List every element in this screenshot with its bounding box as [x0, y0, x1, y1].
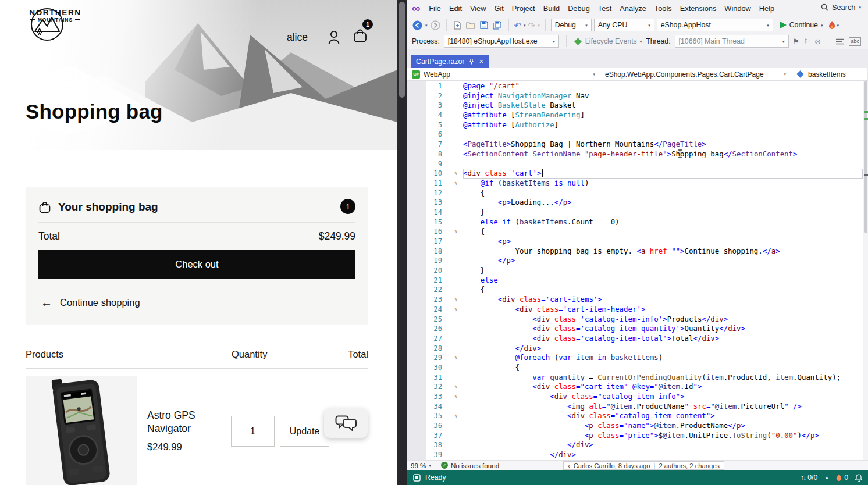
- code-line-19[interactable]: </p>: [447, 256, 863, 266]
- thread-select[interactable]: [10660] Main Thread ▾: [675, 35, 789, 48]
- code-line-11[interactable]: ∨ @if (basketItems is null): [447, 179, 863, 188]
- open-folder-button[interactable]: [465, 20, 476, 31]
- code-line-21[interactable]: else: [447, 276, 863, 286]
- code-line-1[interactable]: @page "/cart": [447, 81, 863, 91]
- code-text[interactable]: <p>: [463, 237, 863, 247]
- cart-button[interactable]: 1: [353, 27, 368, 44]
- code-text[interactable]: Your shopping bag is empty. <a href="">C…: [463, 247, 863, 256]
- menu-analyze[interactable]: Analyze: [616, 2, 650, 15]
- code-line-9[interactable]: [447, 159, 863, 169]
- code-line-13[interactable]: <p>Loading...</p>: [447, 198, 863, 208]
- menu-edit[interactable]: Edit: [445, 2, 466, 15]
- fold-chevron-icon[interactable]: ∨: [447, 353, 463, 363]
- code-text[interactable]: [463, 130, 863, 140]
- fold-chevron-icon[interactable]: ∨: [447, 227, 463, 237]
- editor-scrollbar[interactable]: [863, 81, 868, 460]
- code-line-6[interactable]: [447, 130, 863, 140]
- code-lines[interactable]: @page "/cart" @inject NavigationManager …: [447, 81, 863, 460]
- slash-circle-icon[interactable]: ⊘: [814, 38, 821, 45]
- fold-chevron-icon[interactable]: ∨: [447, 179, 463, 188]
- code-line-35[interactable]: ∨ <div class="catalog-item-content">: [447, 411, 863, 421]
- code-text[interactable]: @inject NavigationManager Nav: [463, 91, 863, 101]
- code-text[interactable]: <div class="cart-item" @key="@item.Id">: [463, 382, 863, 392]
- flag-outline-icon[interactable]: ⚐: [803, 38, 810, 45]
- save-all-button[interactable]: [492, 20, 503, 31]
- code-text[interactable]: <p class="name">@item.ProductName</p>: [463, 421, 863, 431]
- update-quantity-button[interactable]: Update: [280, 416, 329, 447]
- code-line-14[interactable]: }: [447, 208, 863, 217]
- code-line-20[interactable]: }: [447, 266, 863, 276]
- code-text[interactable]: @page "/cart": [463, 81, 863, 91]
- code-text[interactable]: {: [463, 188, 863, 198]
- fold-chevron-icon[interactable]: ∨: [447, 305, 463, 315]
- type-dropdown[interactable]: eShop.WebApp.Components.Pages.Cart.CartP…: [600, 68, 791, 80]
- code-line-7[interactable]: <PageTitle>Shopping Bag | Northern Mount…: [447, 140, 863, 149]
- undo-button[interactable]: ↶: [514, 21, 522, 30]
- product-name[interactable]: Astro GPS Navigator: [147, 409, 227, 436]
- code-text[interactable]: <div class="catalog-item-content">: [463, 411, 863, 421]
- pin-icon[interactable]: [469, 59, 474, 65]
- code-line-23[interactable]: ∨ <div class='cart-items'>: [447, 295, 863, 305]
- chevron-left-icon[interactable]: ‹: [568, 462, 570, 469]
- code-text[interactable]: <div class='cart'>: [463, 169, 863, 179]
- code-text[interactable]: var quantity = CurrentOrPendingQuantity(…: [463, 373, 863, 383]
- flag-icon[interactable]: ⚑: [793, 38, 800, 45]
- fold-chevron-icon[interactable]: ∨: [447, 392, 463, 402]
- code-line-30[interactable]: {: [447, 363, 863, 373]
- menu-window[interactable]: Window: [720, 2, 755, 15]
- quantity-input[interactable]: [231, 416, 275, 447]
- code-text[interactable]: }: [463, 266, 863, 276]
- startup-project-select[interactable]: eShop.AppHost ▾: [657, 19, 773, 31]
- code-line-15[interactable]: else if (basketItems.Count == 0): [447, 217, 863, 227]
- code-text[interactable]: </div>: [463, 344, 863, 354]
- code-text[interactable]: <div class='cart-item-header'>: [463, 305, 863, 315]
- fold-chevron-icon[interactable]: ∨: [447, 295, 463, 305]
- code-line-38[interactable]: </div>: [447, 440, 863, 450]
- code-text[interactable]: <div class='catalog-item-total'>Total</d…: [463, 334, 863, 344]
- code-line-32[interactable]: ∨ <div class="cart-item" @key="@item.Id"…: [447, 382, 863, 392]
- code-line-34[interactable]: <img alt="@item.ProductName" src="@item.…: [447, 402, 863, 412]
- menu-help[interactable]: Help: [755, 2, 778, 15]
- code-text[interactable]: {: [463, 227, 863, 237]
- code-line-28[interactable]: </div>: [447, 344, 863, 354]
- code-text[interactable]: }: [463, 208, 863, 217]
- code-text[interactable]: @inject BasketState Basket: [463, 101, 863, 110]
- save-button[interactable]: [479, 20, 490, 31]
- close-icon[interactable]: ×: [479, 58, 483, 65]
- code-text[interactable]: else: [463, 276, 863, 286]
- browser-scrollbar[interactable]: [397, 0, 407, 485]
- code-text[interactable]: </p>: [463, 256, 863, 266]
- scrollbar-thumb[interactable]: [864, 81, 867, 233]
- code-text[interactable]: <PageTitle>Shopping Bag | Northern Mount…: [463, 140, 863, 149]
- code-line-3[interactable]: @inject BasketState Basket: [447, 101, 863, 110]
- menu-file[interactable]: File: [425, 2, 445, 15]
- scrollbar-thumb[interactable]: [399, 2, 405, 98]
- chevron-down-icon[interactable]: ▾: [425, 23, 428, 27]
- fold-chevron-icon[interactable]: ∨: [447, 169, 463, 179]
- platform-select[interactable]: Any CPU ▾: [594, 19, 654, 31]
- document-health[interactable]: ✓ No issues found: [441, 462, 499, 469]
- code-text[interactable]: <div class='catalog-item-quantity'>Quant…: [463, 324, 863, 334]
- code-line-17[interactable]: <p>: [447, 237, 863, 247]
- code-text[interactable]: @if (basketItems is null): [463, 179, 863, 188]
- continue-shopping-link[interactable]: ← Continue shopping: [41, 297, 140, 308]
- fold-chevron-icon[interactable]: ∨: [447, 382, 463, 392]
- menu-project[interactable]: Project: [508, 2, 539, 15]
- code-line-27[interactable]: <div class='catalog-item-total'>Total</d…: [447, 334, 863, 344]
- navigate-back-button[interactable]: [412, 20, 423, 31]
- chevron-down-icon[interactable]: ▾: [538, 23, 540, 27]
- code-text[interactable]: <p>Loading...</p>: [463, 198, 863, 208]
- menu-debug[interactable]: Debug: [564, 2, 594, 15]
- configuration-select[interactable]: Debug ▾: [551, 19, 592, 31]
- code-line-2[interactable]: @inject NavigationManager Nav: [447, 91, 863, 101]
- navigate-forward-button[interactable]: [430, 20, 441, 31]
- menu-build[interactable]: Build: [539, 2, 564, 15]
- project-dropdown[interactable]: C# WebApp ▾: [407, 68, 600, 80]
- process-select[interactable]: [18480] eShop.AppHost.exe ▾: [444, 35, 559, 48]
- menu-view[interactable]: View: [466, 2, 490, 15]
- lifecycle-events-button[interactable]: Lifecycle Events ▾: [574, 37, 642, 45]
- git-blame-box[interactable]: ‹ Carlos Carrillo, 8 days ago | 2 author…: [563, 461, 724, 470]
- checkout-button[interactable]: Check out: [38, 250, 355, 279]
- background-tasks-icon[interactable]: [413, 474, 421, 482]
- code-text[interactable]: <div class='catalog-item-info'>Products<…: [463, 315, 863, 324]
